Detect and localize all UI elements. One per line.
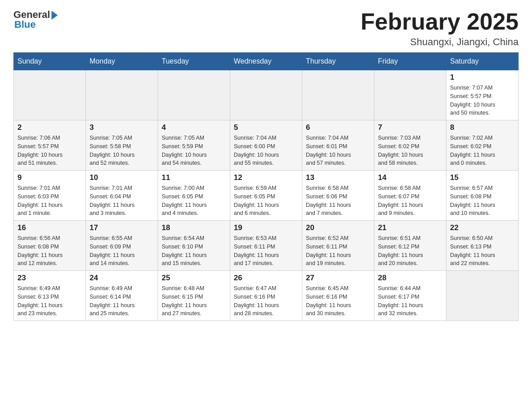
- day-info: Sunrise: 6:59 AM Sunset: 6:05 PM Dayligh…: [234, 184, 298, 218]
- calendar-cell: [374, 70, 446, 120]
- day-info: Sunrise: 6:49 AM Sunset: 6:14 PM Dayligh…: [90, 284, 154, 318]
- calendar-cell: 3Sunrise: 7:05 AM Sunset: 5:58 PM Daylig…: [86, 120, 158, 171]
- day-number: 20: [306, 223, 370, 232]
- weekday-header-saturday: Saturday: [446, 53, 519, 70]
- calendar-row-2: 9Sunrise: 7:01 AM Sunset: 6:03 PM Daylig…: [14, 171, 519, 221]
- day-number: 17: [90, 223, 154, 232]
- day-info: Sunrise: 6:54 AM Sunset: 6:10 PM Dayligh…: [162, 234, 226, 268]
- location-title: Shuangxi, Jiangxi, China: [360, 36, 519, 48]
- calendar-cell: 7Sunrise: 7:03 AM Sunset: 6:02 PM Daylig…: [374, 120, 446, 171]
- day-info: Sunrise: 7:01 AM Sunset: 6:03 PM Dayligh…: [17, 184, 82, 218]
- day-info: Sunrise: 6:51 AM Sunset: 6:12 PM Dayligh…: [378, 234, 442, 268]
- day-info: Sunrise: 6:52 AM Sunset: 6:11 PM Dayligh…: [306, 234, 370, 268]
- day-number: 21: [378, 223, 442, 232]
- weekday-header-tuesday: Tuesday: [158, 53, 230, 70]
- day-info: Sunrise: 6:44 AM Sunset: 6:17 PM Dayligh…: [378, 284, 442, 318]
- day-info: Sunrise: 7:05 AM Sunset: 5:58 PM Dayligh…: [90, 134, 154, 167]
- day-info: Sunrise: 6:48 AM Sunset: 6:15 PM Dayligh…: [162, 284, 226, 318]
- weekday-header-thursday: Thursday: [302, 53, 374, 70]
- calendar-cell: 11Sunrise: 7:00 AM Sunset: 6:05 PM Dayli…: [158, 171, 230, 221]
- day-number: 11: [162, 173, 226, 182]
- calendar-cell: 16Sunrise: 6:56 AM Sunset: 6:08 PM Dayli…: [14, 221, 86, 271]
- day-number: 26: [234, 274, 298, 283]
- page-header: General Blue February 2025 Shuangxi, Jia…: [13, 9, 519, 48]
- day-number: 28: [378, 274, 442, 283]
- weekday-header-wednesday: Wednesday: [230, 53, 302, 70]
- day-info: Sunrise: 7:03 AM Sunset: 6:02 PM Dayligh…: [378, 134, 442, 167]
- title-block: February 2025 Shuangxi, Jiangxi, China: [360, 9, 519, 48]
- day-info: Sunrise: 6:49 AM Sunset: 6:13 PM Dayligh…: [17, 284, 82, 318]
- calendar-cell: 14Sunrise: 6:58 AM Sunset: 6:07 PM Dayli…: [374, 171, 446, 221]
- day-number: 13: [306, 173, 370, 182]
- day-info: Sunrise: 6:53 AM Sunset: 6:11 PM Dayligh…: [234, 234, 298, 268]
- day-info: Sunrise: 6:55 AM Sunset: 6:09 PM Dayligh…: [90, 234, 154, 268]
- calendar-cell: 22Sunrise: 6:50 AM Sunset: 6:13 PM Dayli…: [446, 221, 519, 271]
- calendar-cell: 17Sunrise: 6:55 AM Sunset: 6:09 PM Dayli…: [86, 221, 158, 271]
- day-info: Sunrise: 7:06 AM Sunset: 5:57 PM Dayligh…: [17, 134, 82, 167]
- day-info: Sunrise: 7:07 AM Sunset: 5:57 PM Dayligh…: [450, 84, 515, 117]
- weekday-header-row: SundayMondayTuesdayWednesdayThursdayFrid…: [14, 53, 519, 70]
- day-number: 6: [306, 123, 370, 132]
- calendar-cell: 21Sunrise: 6:51 AM Sunset: 6:12 PM Dayli…: [374, 221, 446, 271]
- calendar-cell: 9Sunrise: 7:01 AM Sunset: 6:03 PM Daylig…: [14, 171, 86, 221]
- calendar-cell: 19Sunrise: 6:53 AM Sunset: 6:11 PM Dayli…: [230, 221, 302, 271]
- day-number: 3: [90, 123, 154, 132]
- day-number: 25: [162, 274, 226, 283]
- calendar-cell: [158, 70, 230, 120]
- day-number: 12: [234, 173, 298, 182]
- day-number: 7: [378, 123, 442, 132]
- calendar-cell: 15Sunrise: 6:57 AM Sunset: 6:08 PM Dayli…: [446, 171, 519, 221]
- weekday-header-sunday: Sunday: [14, 53, 86, 70]
- day-number: 27: [306, 274, 370, 283]
- day-info: Sunrise: 6:50 AM Sunset: 6:13 PM Dayligh…: [450, 234, 515, 268]
- calendar-cell: 10Sunrise: 7:01 AM Sunset: 6:04 PM Dayli…: [86, 171, 158, 221]
- day-number: 9: [17, 173, 82, 182]
- logo-arrow-icon: [51, 11, 58, 20]
- calendar-cell: [446, 271, 519, 321]
- calendar-cell: 18Sunrise: 6:54 AM Sunset: 6:10 PM Dayli…: [158, 221, 230, 271]
- calendar-cell: [302, 70, 374, 120]
- calendar-cell: 27Sunrise: 6:45 AM Sunset: 6:16 PM Dayli…: [302, 271, 374, 321]
- day-number: 22: [450, 223, 515, 232]
- calendar-cell: 24Sunrise: 6:49 AM Sunset: 6:14 PM Dayli…: [86, 271, 158, 321]
- weekday-header-monday: Monday: [86, 53, 158, 70]
- calendar-cell: [230, 70, 302, 120]
- logo: General Blue: [13, 9, 58, 30]
- day-info: Sunrise: 7:02 AM Sunset: 6:02 PM Dayligh…: [450, 134, 515, 167]
- calendar-cell: 1Sunrise: 7:07 AM Sunset: 5:57 PM Daylig…: [446, 70, 519, 120]
- day-info: Sunrise: 6:47 AM Sunset: 6:16 PM Dayligh…: [234, 284, 298, 318]
- calendar-cell: 20Sunrise: 6:52 AM Sunset: 6:11 PM Dayli…: [302, 221, 374, 271]
- day-info: Sunrise: 7:01 AM Sunset: 6:04 PM Dayligh…: [90, 184, 154, 218]
- day-number: 14: [378, 173, 442, 182]
- weekday-header-friday: Friday: [374, 53, 446, 70]
- calendar-row-4: 23Sunrise: 6:49 AM Sunset: 6:13 PM Dayli…: [14, 271, 519, 321]
- day-number: 16: [17, 223, 82, 232]
- calendar-cell: 25Sunrise: 6:48 AM Sunset: 6:15 PM Dayli…: [158, 271, 230, 321]
- day-info: Sunrise: 6:58 AM Sunset: 6:06 PM Dayligh…: [306, 184, 370, 218]
- day-number: 23: [17, 274, 82, 283]
- day-info: Sunrise: 7:00 AM Sunset: 6:05 PM Dayligh…: [162, 184, 226, 218]
- day-number: 15: [450, 173, 515, 182]
- calendar-cell: 5Sunrise: 7:04 AM Sunset: 6:00 PM Daylig…: [230, 120, 302, 171]
- calendar-cell: 8Sunrise: 7:02 AM Sunset: 6:02 PM Daylig…: [446, 120, 519, 171]
- calendar-cell: [86, 70, 158, 120]
- month-title: February 2025: [360, 9, 519, 34]
- day-info: Sunrise: 7:04 AM Sunset: 6:01 PM Dayligh…: [306, 134, 370, 167]
- calendar-cell: 4Sunrise: 7:05 AM Sunset: 5:59 PM Daylig…: [158, 120, 230, 171]
- day-info: Sunrise: 6:57 AM Sunset: 6:08 PM Dayligh…: [450, 184, 515, 218]
- calendar-row-3: 16Sunrise: 6:56 AM Sunset: 6:08 PM Dayli…: [14, 221, 519, 271]
- day-number: 2: [17, 123, 82, 132]
- day-info: Sunrise: 7:05 AM Sunset: 5:59 PM Dayligh…: [162, 134, 226, 167]
- day-number: 24: [90, 274, 154, 283]
- calendar-table: SundayMondayTuesdayWednesdayThursdayFrid…: [13, 52, 519, 321]
- calendar-row-1: 2Sunrise: 7:06 AM Sunset: 5:57 PM Daylig…: [14, 120, 519, 171]
- calendar-row-0: 1Sunrise: 7:07 AM Sunset: 5:57 PM Daylig…: [14, 70, 519, 120]
- day-number: 18: [162, 223, 226, 232]
- day-number: 5: [234, 123, 298, 132]
- calendar-cell: 6Sunrise: 7:04 AM Sunset: 6:01 PM Daylig…: [302, 120, 374, 171]
- day-info: Sunrise: 6:45 AM Sunset: 6:16 PM Dayligh…: [306, 284, 370, 318]
- day-number: 19: [234, 223, 298, 232]
- calendar-cell: 13Sunrise: 6:58 AM Sunset: 6:06 PM Dayli…: [302, 171, 374, 221]
- day-number: 10: [90, 173, 154, 182]
- day-number: 1: [450, 73, 515, 82]
